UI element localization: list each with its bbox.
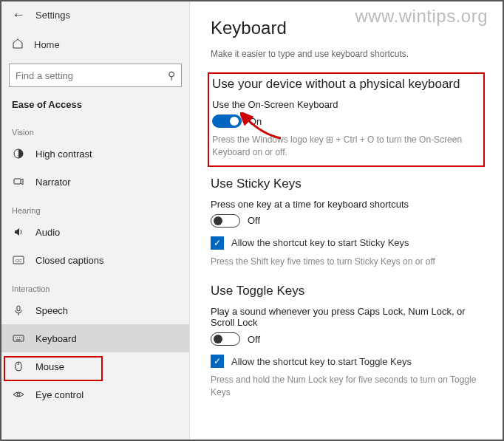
sticky-hint: Press the Shift key five times to turn S… bbox=[211, 256, 485, 268]
group-label-vision: Vision bbox=[1, 117, 189, 140]
eye-icon bbox=[12, 388, 25, 401]
page-subtitle: Make it easier to type and use keyboard … bbox=[211, 49, 485, 59]
sidebar-item-label: Narrator bbox=[35, 177, 71, 188]
sticky-checkbox-label: Allow the shortcut key to start Sticky K… bbox=[231, 237, 409, 248]
section-heading-toggle: Use Toggle Keys bbox=[211, 284, 485, 298]
page-title: Keyboard bbox=[211, 18, 485, 38]
search-icon: ⚲ bbox=[168, 69, 175, 81]
section-toggle-keys: Use Toggle Keys Play a sound whenever yo… bbox=[211, 284, 485, 399]
category-header: Ease of Access bbox=[1, 95, 189, 117]
sidebar-item-audio[interactable]: Audio bbox=[1, 218, 189, 246]
main-content: Keyboard Make it easier to type and use … bbox=[190, 1, 503, 440]
narrator-icon bbox=[12, 175, 25, 188]
speech-icon bbox=[12, 304, 25, 317]
sidebar: ← Settings Home ⚲ Ease of Access Vision … bbox=[1, 1, 190, 440]
svg-rect-5 bbox=[13, 335, 24, 341]
sticky-toggle-state: Off bbox=[248, 215, 260, 226]
sidebar-item-label: High contrast bbox=[35, 148, 92, 160]
search-input[interactable] bbox=[16, 70, 168, 81]
group-label-hearing: Hearing bbox=[1, 196, 189, 218]
mouse-icon bbox=[12, 360, 25, 373]
togglekeys-checkbox-label: Allow the shortcut key to start Toggle K… bbox=[231, 356, 412, 367]
closed-captions-icon: CC bbox=[12, 253, 25, 267]
back-arrow-icon[interactable]: ← bbox=[12, 7, 25, 23]
sticky-shortcut-checkbox[interactable]: ✓ bbox=[211, 236, 224, 250]
osk-toggle-label: Use the On-Screen Keyboard bbox=[212, 99, 483, 110]
osk-hint: Press the Windows logo key ⊞ + Ctrl + O … bbox=[212, 134, 483, 159]
togglekeys-shortcut-checkbox[interactable]: ✓ bbox=[211, 355, 224, 368]
section-heading-osk: Use your device without a physical keybo… bbox=[212, 77, 483, 92]
sidebar-item-label: Keyboard bbox=[35, 333, 77, 344]
section-heading-sticky: Use Sticky Keys bbox=[211, 177, 485, 191]
window-title: Settings bbox=[35, 10, 70, 21]
osk-toggle-state: On bbox=[249, 116, 262, 127]
sidebar-item-keyboard[interactable]: Keyboard bbox=[1, 324, 189, 352]
search-input-wrap[interactable]: ⚲ bbox=[9, 64, 182, 87]
togglekeys-hint: Press and hold the Num Lock key for five… bbox=[211, 374, 485, 399]
sticky-toggle-label: Press one key at a time for keyboard sho… bbox=[211, 199, 485, 210]
sidebar-item-label: Closed captions bbox=[35, 255, 104, 266]
sidebar-item-eye-control[interactable]: Eye control bbox=[1, 380, 189, 408]
keyboard-icon bbox=[12, 332, 25, 345]
sidebar-item-label: Mouse bbox=[35, 361, 64, 372]
home-label: Home bbox=[34, 39, 60, 50]
togglekeys-toggle-state: Off bbox=[248, 334, 260, 345]
togglekeys-toggle-label: Play a sound whenever you press Caps Loc… bbox=[211, 306, 485, 328]
svg-point-13 bbox=[17, 393, 20, 396]
sidebar-item-closed-captions[interactable]: CC Closed captions bbox=[1, 246, 189, 274]
togglekeys-toggle[interactable] bbox=[211, 332, 240, 346]
sidebar-item-high-contrast[interactable]: High contrast bbox=[1, 140, 189, 168]
home-icon bbox=[12, 38, 24, 52]
sticky-toggle[interactable] bbox=[211, 214, 240, 228]
audio-icon bbox=[12, 225, 25, 239]
sidebar-item-label: Eye control bbox=[35, 389, 84, 400]
sidebar-item-label: Audio bbox=[35, 227, 60, 238]
high-contrast-icon bbox=[12, 147, 25, 160]
svg-rect-4 bbox=[17, 306, 20, 311]
svg-text:CC: CC bbox=[16, 259, 22, 263]
svg-rect-1 bbox=[14, 179, 21, 184]
osk-toggle[interactable] bbox=[212, 114, 242, 128]
sidebar-item-label: Speech bbox=[35, 305, 68, 316]
home-button[interactable]: Home bbox=[1, 30, 189, 59]
sidebar-item-speech[interactable]: Speech bbox=[1, 296, 189, 324]
section-osk: Use your device without a physical keybo… bbox=[211, 75, 485, 160]
section-sticky-keys: Use Sticky Keys Press one key at a time … bbox=[211, 177, 485, 268]
sidebar-item-narrator[interactable]: Narrator bbox=[1, 168, 189, 196]
sidebar-item-mouse[interactable]: Mouse bbox=[1, 352, 189, 380]
group-label-interaction: Interaction bbox=[1, 274, 189, 296]
